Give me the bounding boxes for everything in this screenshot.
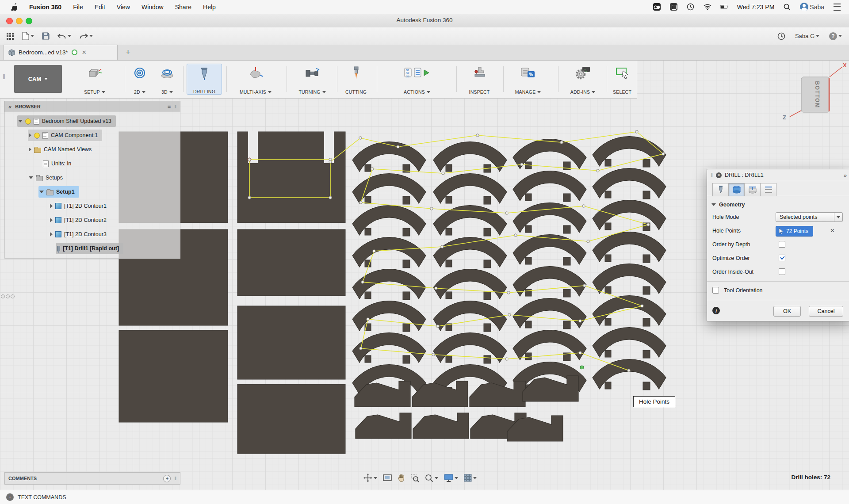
- add-comment-icon[interactable]: +: [163, 475, 171, 482]
- ribbon-group-select[interactable]: SELECT: [609, 64, 635, 95]
- text-commands-label[interactable]: TEXT COMMANDS: [18, 494, 66, 500]
- expand-toggle-icon[interactable]: [50, 232, 53, 237]
- optimize-order-checkbox[interactable]: [779, 255, 785, 261]
- dialog-grip-icon[interactable]: ‖: [711, 172, 713, 178]
- ribbon-group-3d[interactable]: 3D: [156, 64, 179, 95]
- magnifier-icon: [425, 474, 433, 482]
- file-menu-button[interactable]: [22, 32, 34, 40]
- time-machine-icon[interactable]: [687, 3, 695, 11]
- notification-center-icon[interactable]: [833, 3, 841, 11]
- tree-row-named-views[interactable]: CAM Named Views: [5, 142, 180, 157]
- apple-logo-icon[interactable]: [10, 3, 18, 11]
- expand-toggle-icon[interactable]: [50, 204, 53, 208]
- expand-toggle-icon[interactable]: [29, 176, 33, 179]
- expand-toggle-icon[interactable]: [29, 133, 31, 137]
- comments-bar[interactable]: COMMENTS + ‖: [4, 472, 180, 485]
- expand-toggle-icon[interactable]: [50, 218, 53, 222]
- hole-mode-dropdown[interactable]: Selected points: [776, 212, 843, 222]
- grid-settings[interactable]: [464, 474, 477, 482]
- menu-help[interactable]: Help: [203, 4, 216, 11]
- menubar-clock[interactable]: Wed 7:23 PM: [737, 4, 775, 11]
- collapsed-palette-handle[interactable]: [1, 294, 15, 298]
- tree-row-contour1[interactable]: [T1] 2D Contour1: [5, 199, 180, 213]
- menu-file[interactable]: File: [73, 4, 83, 11]
- tree-row-root[interactable]: Bedroom Shelf Updated v13: [5, 114, 180, 128]
- ribbon-group-cutting[interactable]: CUTTING: [340, 64, 371, 95]
- cancel-button[interactable]: Cancel: [809, 306, 843, 317]
- ribbon-grip[interactable]: ‖: [3, 73, 5, 80]
- new-tab-button[interactable]: +: [126, 47, 130, 57]
- tab-tool[interactable]: [712, 183, 729, 196]
- zoom-tool[interactable]: [425, 474, 438, 482]
- visibility-bulb-icon[interactable]: [25, 118, 31, 124]
- pan-tool[interactable]: [363, 473, 377, 482]
- ribbon-group-multi-axis[interactable]: MULTI-AXIS: [231, 64, 280, 95]
- job-status-clock-icon[interactable]: [777, 32, 785, 40]
- clear-selection-icon[interactable]: ✕: [830, 227, 835, 234]
- tab-heights[interactable]: [744, 183, 761, 196]
- order-by-depth-checkbox[interactable]: [779, 241, 785, 248]
- ribbon-group-drilling[interactable]: DRILLING: [187, 64, 222, 95]
- ribbon-group-setup[interactable]: SETUP: [71, 64, 119, 95]
- expand-toggle-icon[interactable]: [18, 120, 23, 122]
- document-tab[interactable]: Bedroom...ed v13* ✕: [4, 45, 118, 60]
- zoom-window-tool[interactable]: [411, 474, 419, 482]
- ribbon-group-turning[interactable]: TURNING: [291, 64, 333, 95]
- spotlight-search-icon[interactable]: [783, 3, 791, 11]
- save-button[interactable]: [42, 32, 50, 40]
- ribbon-group-add-ins[interactable]: >_ ADD-INS: [562, 64, 603, 95]
- tree-row-contour2[interactable]: [T1] 2D Contour2: [5, 213, 180, 227]
- menu-edit[interactable]: Edit: [95, 4, 105, 11]
- hole-points-selection-chip[interactable]: 72 Points: [776, 226, 813, 237]
- ribbon-group-actions[interactable]: G1 G2 G3 ACTIONS: [384, 64, 450, 95]
- expand-toggle-icon[interactable]: [29, 147, 31, 152]
- menubar-user[interactable]: Saba: [800, 3, 824, 11]
- comments-grip-icon[interactable]: ‖: [174, 476, 176, 481]
- tree-row-setup1[interactable]: Setup1: [5, 185, 180, 199]
- tab-close-icon[interactable]: ✕: [82, 49, 87, 56]
- tool-orientation-checkbox[interactable]: [712, 287, 719, 294]
- tab-geometry[interactable]: [728, 183, 745, 196]
- battery-icon[interactable]: [720, 3, 728, 11]
- display-settings[interactable]: [444, 474, 458, 482]
- order-inside-out-row: Order Inside-Out: [707, 265, 849, 279]
- info-icon[interactable]: i: [712, 307, 720, 314]
- order-inside-out-checkbox[interactable]: [779, 268, 785, 275]
- redo-button[interactable]: [79, 33, 93, 40]
- menu-share[interactable]: Share: [175, 4, 191, 11]
- geometry-section-header[interactable]: Geometry: [707, 199, 849, 210]
- workspace-switcher[interactable]: CAM: [14, 65, 62, 93]
- tab-cycle[interactable]: [760, 183, 776, 196]
- tree-row-setups[interactable]: Setups: [5, 171, 180, 185]
- creative-cloud-icon[interactable]: [653, 3, 661, 11]
- browser-menu-icon[interactable]: ≡: [168, 103, 171, 110]
- undo-button[interactable]: [57, 33, 71, 40]
- text-commands-icon[interactable]: +: [6, 493, 14, 501]
- browser-collapse-icon[interactable]: «: [8, 103, 11, 110]
- browser-grip-icon[interactable]: ‖: [174, 104, 176, 109]
- ribbon-group-inspect[interactable]: INSPECT: [461, 64, 498, 95]
- menu-view[interactable]: View: [117, 4, 130, 11]
- dialog-expand-icon[interactable]: »: [844, 172, 847, 179]
- tree-row-drill1[interactable]: [T1] Drill1 [Rapid out]: [5, 241, 180, 256]
- hand-icon: [398, 474, 405, 482]
- expand-toggle-icon[interactable]: [39, 191, 44, 193]
- ok-button[interactable]: OK: [773, 306, 801, 317]
- tree-row-cam-component[interactable]: CAM Component:1: [5, 128, 180, 142]
- help-menu[interactable]: ?: [829, 32, 842, 40]
- wifi-icon[interactable]: [704, 3, 711, 11]
- hand-tool[interactable]: [398, 474, 405, 482]
- ribbon-group-2d[interactable]: 2D: [128, 64, 151, 95]
- look-at-tool[interactable]: [383, 474, 392, 481]
- tree-row-units[interactable]: Units: in: [5, 157, 180, 171]
- visibility-bulb-icon[interactable]: [34, 133, 40, 138]
- account-menu[interactable]: Saba G: [795, 33, 819, 39]
- browser-header[interactable]: « BROWSER ≡ ‖: [4, 101, 180, 112]
- menubar-app-name[interactable]: Fusion 360: [29, 4, 61, 11]
- app-status-icon[interactable]: [670, 3, 678, 11]
- app-grid-icon[interactable]: [6, 32, 14, 40]
- drill-dialog-header[interactable]: ‖ ≡ DRILL : DRILL1 »: [707, 169, 849, 181]
- menu-window[interactable]: Window: [142, 4, 164, 11]
- tree-row-contour3[interactable]: [T1] 2D Contour3: [5, 227, 180, 241]
- ribbon-group-manage[interactable]: % MANAGE: [508, 64, 548, 95]
